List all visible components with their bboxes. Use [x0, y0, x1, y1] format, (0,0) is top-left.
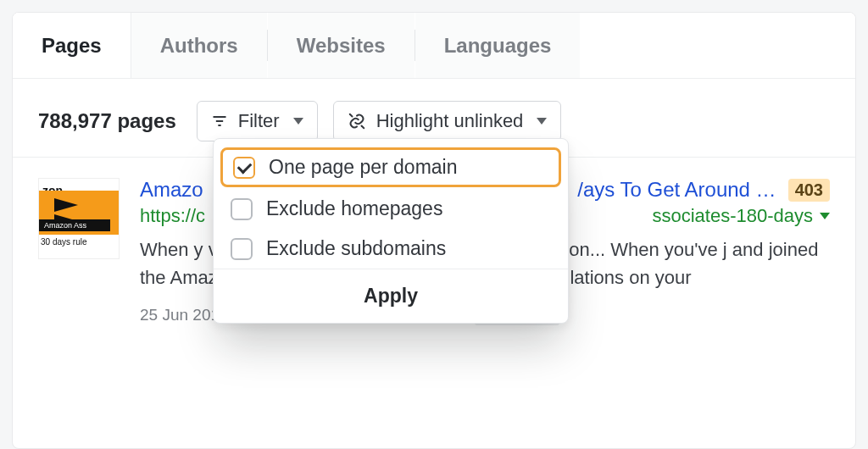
chevron-down-icon — [293, 118, 303, 125]
filter-button[interactable]: Filter — [197, 101, 318, 141]
dr-badge: 403 — [788, 179, 830, 202]
filter-label: Filter — [238, 110, 280, 132]
apply-button[interactable]: Apply — [214, 269, 568, 323]
arrow-right-icon — [54, 198, 78, 212]
checkbox-icon[interactable] — [231, 238, 253, 260]
filter-icon — [211, 113, 228, 130]
highlight-unlinked-button[interactable]: Highlight unlinked — [333, 101, 562, 141]
tab-websites[interactable]: Websites — [268, 13, 415, 78]
thumb-subtext: 30 days rule — [41, 237, 86, 247]
apply-label: Apply — [364, 285, 418, 307]
tab-label: Websites — [297, 34, 386, 58]
result-thumbnail: zon Amazon Ass 30 days rule — [38, 178, 120, 259]
option-label: One page per domain — [269, 156, 458, 179]
tab-authors[interactable]: Authors — [131, 13, 267, 78]
tab-label: Languages — [444, 34, 552, 58]
thumb-bar: Amazon Ass — [39, 219, 110, 231]
checkbox-icon[interactable] — [233, 157, 255, 179]
tab-label: Pages — [42, 34, 102, 58]
result-title-link[interactable]: Amazo — [140, 178, 203, 202]
toolbar: 788,977 pages Filter Highlight unlinked … — [13, 79, 855, 157]
result-title-link[interactable]: /ays To Get Around … — [577, 178, 776, 202]
filter-option-one-page-per-domain[interactable]: One page per domain — [220, 147, 561, 187]
chevron-down-icon — [537, 118, 547, 125]
tab-label: Authors — [160, 34, 238, 58]
option-label: Exclude homepages — [266, 197, 442, 220]
filter-option-exclude-subdomains[interactable]: Exclude subdomains — [214, 229, 568, 269]
filter-option-exclude-homepages[interactable]: Exclude homepages — [214, 189, 568, 229]
chevron-down-icon[interactable] — [820, 213, 830, 219]
tab-languages[interactable]: Languages — [415, 13, 581, 78]
tab-pages[interactable]: Pages — [13, 13, 131, 78]
svg-line-4 — [361, 126, 364, 129]
highlight-label: Highlight unlinked — [376, 110, 524, 132]
tabs-bar: Pages Authors Websites Languages — [13, 13, 855, 79]
option-label: Exclude subdomains — [266, 237, 446, 260]
checkbox-icon[interactable] — [231, 198, 253, 220]
results-count: 788,977 pages — [38, 109, 176, 133]
content-panel: Pages Authors Websites Languages 788,977… — [12, 12, 856, 449]
svg-line-3 — [349, 114, 352, 117]
unlinked-icon — [348, 112, 366, 130]
filter-dropdown: One page per domain Exclude homepages Ex… — [213, 138, 569, 324]
